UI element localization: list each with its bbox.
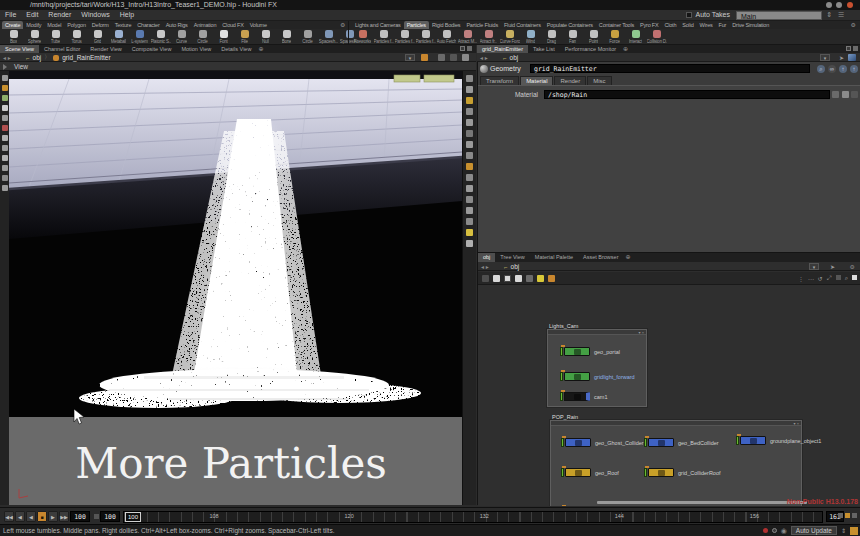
pane-tab-tree-view[interactable]: Tree View xyxy=(495,253,529,262)
tab-rigid-bodies[interactable]: Rigid Bodies xyxy=(429,21,463,29)
tool-font[interactable]: Font xyxy=(213,30,234,44)
node-name-field[interactable]: grid_RainEmitter xyxy=(530,64,810,73)
stop-button[interactable]: ■ xyxy=(37,511,47,522)
node-body[interactable] xyxy=(648,438,674,447)
vp-left-tool-icon-4[interactable] xyxy=(2,105,8,111)
node-display-flag[interactable] xyxy=(560,392,563,401)
expand-icon[interactable] xyxy=(852,275,857,280)
tab-polygon[interactable]: Polygon xyxy=(64,21,88,29)
tab-populate-containers[interactable]: Populate Containers xyxy=(544,21,596,29)
frame-step-icon[interactable] xyxy=(94,514,99,519)
gear-icon[interactable]: ⚙ xyxy=(850,263,855,270)
node-body[interactable] xyxy=(564,372,590,381)
tab-fluid-containers[interactable]: Fluid Containers xyxy=(501,21,544,29)
param-tab-material[interactable]: Material xyxy=(520,76,553,85)
network-canvas[interactable]: Lights_Cam▾ ×geo_portalgridlight_forward… xyxy=(478,285,860,506)
nav-history-icons[interactable]: ◂ ▸ xyxy=(481,263,489,270)
root-folder-icon[interactable]: ⌐ xyxy=(504,264,508,270)
play-reverse-button[interactable]: ◀ xyxy=(26,511,36,522)
open-floating-icon[interactable] xyxy=(842,91,849,98)
pane-tab-grid-rainemitter[interactable]: grid_RainEmitter xyxy=(477,45,528,53)
param-tab-transform[interactable]: Transform xyxy=(480,76,519,85)
path-segment-obj[interactable]: obj xyxy=(511,262,520,271)
tool-sphere[interactable]: Sphere xyxy=(24,30,45,44)
pane-tab-obj[interactable]: obj xyxy=(478,253,495,262)
node-cam1[interactable]: cam1 xyxy=(560,392,607,401)
jump-to-end-button[interactable]: ▶▶ xyxy=(59,511,69,522)
menu-render[interactable]: Render xyxy=(43,10,76,20)
frame-all-icon[interactable]: ⤢ xyxy=(827,275,832,282)
node-chooser-icon[interactable] xyxy=(832,91,839,98)
close-icon[interactable] xyxy=(847,2,853,8)
path-dropdown-icon[interactable]: ▾ xyxy=(820,54,830,61)
vp-right-tool-icon-2[interactable] xyxy=(466,86,473,93)
vp-left-tool-icon-8[interactable] xyxy=(2,145,8,151)
node-display-flag[interactable] xyxy=(644,468,647,477)
tab-wires[interactable]: Wires xyxy=(697,21,716,29)
tab-solid[interactable]: Solid xyxy=(679,21,696,29)
tab-model[interactable]: Model xyxy=(44,21,64,29)
tool-curve[interactable]: Curve xyxy=(171,30,192,44)
nav-history-icons[interactable]: ◂ ▸ xyxy=(3,54,11,61)
network-box-header[interactable]: ▾ × xyxy=(551,421,801,426)
display-mode-icon[interactable] xyxy=(515,275,522,282)
tab-fur[interactable]: Fur xyxy=(716,21,730,29)
message-bubble-icon[interactable] xyxy=(772,528,777,533)
tool-bone[interactable]: Bone xyxy=(276,30,297,44)
tool-particles-f[interactable]: Particles f... xyxy=(373,30,394,44)
root-folder-icon[interactable]: ⌐ xyxy=(26,55,30,61)
pane-tab-channel-editor[interactable]: Channel Editor xyxy=(39,45,85,53)
network-hscrollbar[interactable] xyxy=(597,501,807,504)
search-icon[interactable]: ⌕ xyxy=(845,275,848,282)
take-menu-icon[interactable]: ☰ xyxy=(838,11,844,19)
tool-metaball[interactable]: Metaball xyxy=(108,30,129,44)
timeline[interactable]: 100 108120132144156 xyxy=(123,511,823,523)
minimap-icon[interactable] xyxy=(836,275,841,280)
tool-null[interactable]: Null xyxy=(255,30,276,44)
path-segment-obj[interactable]: obj xyxy=(510,53,519,62)
tab-modify[interactable]: Modify xyxy=(23,21,44,29)
node-geo-roof[interactable]: geo_Roof xyxy=(561,468,619,477)
viewport-3d-scene[interactable]: More Particles xyxy=(9,71,462,505)
pane-tab-asset-browser[interactable]: Asset Browser xyxy=(578,253,623,262)
vp-left-tool-icon-2[interactable] xyxy=(2,85,8,91)
vp-left-tool-icon-11[interactable] xyxy=(2,175,8,181)
vp-left-tool-icon-7[interactable] xyxy=(2,135,8,141)
tab-volume[interactable]: Volume xyxy=(247,21,270,29)
menu-icon[interactable] xyxy=(851,91,858,98)
vp-right-tool-icon-11[interactable] xyxy=(466,185,473,192)
node-body[interactable] xyxy=(565,468,591,477)
realtime-toggle-icon[interactable] xyxy=(845,513,850,518)
layout-icon[interactable] xyxy=(462,54,469,61)
update-mode-caret-icon[interactable]: ⇕ xyxy=(841,527,846,534)
vp-right-tool-icon-3[interactable] xyxy=(466,97,473,104)
tool-box[interactable]: Box xyxy=(3,30,24,44)
node-groundplane-object1[interactable]: groundplane_object1 xyxy=(736,436,821,445)
arrow-icon[interactable]: ➤ xyxy=(830,263,835,270)
shelf-gear-icon-right[interactable]: ⚙ xyxy=(849,21,858,29)
overview-icon[interactable]: ⋯ xyxy=(808,275,814,282)
step-back-button[interactable]: ◀ xyxy=(15,511,25,522)
node-display-flag[interactable] xyxy=(736,436,739,445)
tab-particles[interactable]: Particles xyxy=(404,21,429,29)
vp-right-tool-icon-6[interactable] xyxy=(466,130,473,137)
tool-file[interactable]: File xyxy=(234,30,255,44)
tab-cloud-fx[interactable]: Cloud FX xyxy=(219,21,246,29)
tool-attract-m[interactable]: Attract M... xyxy=(457,30,478,44)
tool-particles-f[interactable]: Particles f... xyxy=(394,30,415,44)
jump-to-start-button[interactable]: ◀◀ xyxy=(4,511,14,522)
undo-view-icon[interactable]: ↺ xyxy=(818,275,823,282)
network-box-pop-rain[interactable]: POP_Rain▾ ×geo_Ghost_Collidergeo_BedColl… xyxy=(550,420,802,506)
menu-help[interactable]: Help xyxy=(115,10,139,20)
range-start-field[interactable]: 100 xyxy=(100,511,120,522)
vp-right-tool-icon-4[interactable] xyxy=(466,108,473,115)
play-button[interactable]: ▶ xyxy=(48,511,58,522)
vp-right-tool-icon-1[interactable] xyxy=(466,75,473,82)
current-frame-marker[interactable]: 100 xyxy=(125,512,141,522)
menu-file[interactable]: File xyxy=(0,10,21,20)
tool-fan[interactable]: Fan xyxy=(562,30,583,44)
node-display-flag[interactable] xyxy=(560,372,563,381)
path-segment-obj[interactable]: obj xyxy=(33,53,42,62)
tab-cloth[interactable]: Cloth xyxy=(661,21,679,29)
network-box-lights-cam[interactable]: Lights_Cam▾ ×geo_portalgridlight_forward… xyxy=(547,329,647,407)
